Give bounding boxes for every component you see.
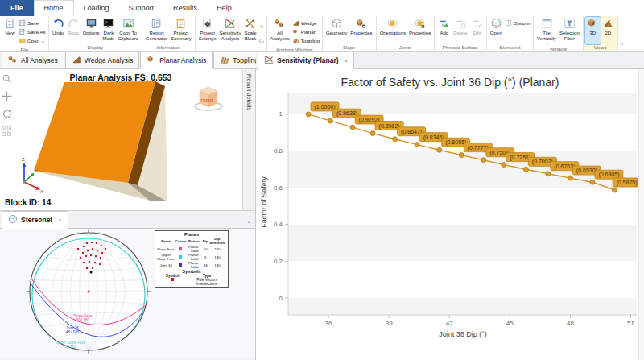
project-settings-button[interactable]: Project Settings [197, 17, 218, 51]
water-add-icon [438, 18, 450, 31]
scale-block-button[interactable]: Scale Block [242, 17, 258, 51]
doc-tab-all-analyses[interactable]: All Analyses [2, 52, 64, 68]
result-details-tab[interactable]: Result details [242, 69, 255, 210]
report-generator-button[interactable]: Report Generator [144, 17, 169, 44]
sensitivity-chart-panel: Factor of Safety vs. Joint 36 Dip (°) (P… [256, 69, 644, 360]
button-label: Toppling [301, 38, 320, 43]
svg-text:Y: Y [35, 168, 38, 173]
svg-text:(0.7777): (0.7777) [468, 145, 489, 151]
properties-button[interactable]: Properties [349, 17, 374, 44]
save-as-button[interactable]: Save As [19, 27, 46, 36]
button-label: Edit [473, 31, 481, 36]
chevron-down-icon[interactable]: ⌄ [72, 36, 75, 40]
svg-text:5 / 180: 5 / 180 [65, 345, 76, 349]
ribbon-group-label: Joints [378, 44, 433, 51]
options-button[interactable]: Options [505, 19, 530, 27]
new-button[interactable]: New [2, 17, 18, 47]
close-icon[interactable]: × [345, 57, 349, 64]
save-button[interactable]: Save [19, 19, 46, 27]
selection-filter-button[interactable]: Selection Filter [558, 17, 581, 46]
wedge-button[interactable]: Wedge [292, 19, 320, 27]
svg-text:X: X [40, 189, 43, 194]
svg-text:48 / 180: 48 / 180 [66, 330, 80, 334]
2d-button[interactable]: 2D [601, 17, 616, 44]
joint-hex-props-icon [414, 18, 426, 31]
data-point-label: (0.5875) [613, 178, 641, 187]
all-analyses-button[interactable]: All Analyses [269, 17, 291, 47]
analysis-doc-tab-bar: All AnalysesWedge AnalysisPlanar Analysi… [0, 52, 255, 69]
ribbon-group-label: Stereonet [489, 44, 531, 51]
open-button[interactable]: Open [489, 17, 504, 44]
ribbon-tab-home[interactable]: Home [34, 0, 74, 16]
button-label: Open [490, 31, 502, 36]
navigation-cube[interactable]: FRONT [195, 87, 222, 110]
history-button[interactable] [258, 33, 265, 48]
viewgrid-tool-button[interactable] [2, 126, 12, 140]
close-icon[interactable]: × [58, 217, 62, 224]
ribbon-group-analysis: Project SettingsSensitivity AnalysisScal… [196, 16, 267, 51]
data-point [568, 176, 572, 180]
dark-monitor-icon [102, 18, 114, 31]
ribbon-group-file: NewSaveSave AsOpen ⌄File [1, 16, 49, 51]
panel-chevron-icon[interactable]: ⌄ [242, 218, 255, 228]
chevron-down-icon[interactable]: ⌄ [56, 36, 60, 40]
project-summary-button[interactable]: Project Summary [169, 17, 193, 44]
svg-text:42: 42 [446, 320, 453, 327]
open-button[interactable]: Open ⌄ [19, 36, 46, 45]
button-label: 2D [605, 31, 611, 36]
sensitivity-analysis-button[interactable]: Sensitivity Analysis [217, 17, 242, 51]
doc-tab-planar-analysis[interactable]: Planar Analysis [140, 52, 213, 69]
filter-small-button[interactable] [258, 48, 265, 51]
orientations-button[interactable]: Orientations [378, 17, 407, 44]
svg-text:(0.6762): (0.6762) [554, 163, 575, 170]
planar-3d-viewport[interactable]: Z Y X FRONT Planar Analysis FS: 0.653 Bl… [0, 69, 255, 211]
ribbon-tab-support[interactable]: Support [119, 0, 164, 16]
doc-tab-sensitivity-planar[interactable]: Sensitivity (Planar)× [258, 52, 354, 69]
undo-button[interactable]: Undo⌄ [51, 17, 66, 44]
data-point [546, 172, 551, 176]
svg-text:(0.5875): (0.5875) [616, 180, 637, 186]
planar-block-drawing: Z Y X FRONT [0, 69, 242, 211]
button-label: Tile Vertically [537, 31, 556, 42]
ribbon-tab-file[interactable]: File [0, 0, 34, 16]
button-label: Delete [453, 31, 467, 36]
magnifier-tool-button[interactable] [2, 72, 12, 87]
ribbon-tab-bar: FileHomeLoadingSupportResultsHelp [0, 0, 644, 16]
3d-button[interactable]: 3D [585, 17, 601, 44]
ribbon-group-information: Report GeneratorProject SummaryInformati… [142, 16, 196, 51]
button-label: New [5, 31, 14, 36]
stereonet-view[interactable]: Slope Face60 / 180Joint 3648 / 180Upper … [0, 229, 255, 358]
sensitivity-chart: 00.20.40.60.81363942454851 (1.0000) (0.9… [256, 69, 644, 360]
sparkle-button[interactable] [258, 19, 265, 33]
planar-fs-title: Planar Analysis FS: 0.653 [0, 72, 242, 82]
rotate-tool-button[interactable] [2, 108, 12, 122]
data-point [393, 137, 398, 142]
button-label: Project Settings [199, 31, 217, 42]
dark-mode-button[interactable]: Dark Mode [101, 17, 116, 44]
copy to-clipboard-button[interactable]: Copy To Clipboard [116, 17, 140, 44]
wedge-small-icon [292, 19, 299, 27]
ribbon-collapse-button[interactable]: ^ [618, 16, 625, 51]
stereonet-tab[interactable]: Stereonet× [2, 211, 68, 229]
pan-tool-button[interactable] [2, 90, 12, 105]
ribbon-tab-results[interactable]: Results [163, 0, 207, 16]
save-icon [19, 19, 26, 27]
report-doc-icon [151, 18, 163, 31]
geometry-button[interactable]: Geometry [324, 17, 349, 44]
toppling-button[interactable]: Toppling [292, 36, 320, 45]
ribbon-tab-help[interactable]: Help [207, 0, 242, 16]
svg-text:(1.0000): (1.0000) [314, 104, 335, 110]
planar-button[interactable]: Planar [292, 27, 320, 36]
svg-text:(0.7002): (0.7002) [532, 159, 553, 165]
properties-button[interactable]: Properties [407, 17, 432, 44]
button-label: Dark Mode [102, 31, 114, 42]
chart-scrollbar[interactable] [638, 69, 644, 360]
svg-text:39: 39 [386, 320, 393, 327]
joint-hex-icon [386, 18, 398, 31]
options-button[interactable]: Options [81, 17, 101, 44]
button-label: Options [514, 20, 530, 26]
ribbon-tab-loading[interactable]: Loading [74, 0, 119, 16]
tile-vertically-button[interactable]: Tile Vertically⌄ [535, 17, 558, 46]
doc-tab-wedge-analysis[interactable]: Wedge Analysis [65, 52, 139, 68]
add-button[interactable]: Add [436, 17, 452, 44]
